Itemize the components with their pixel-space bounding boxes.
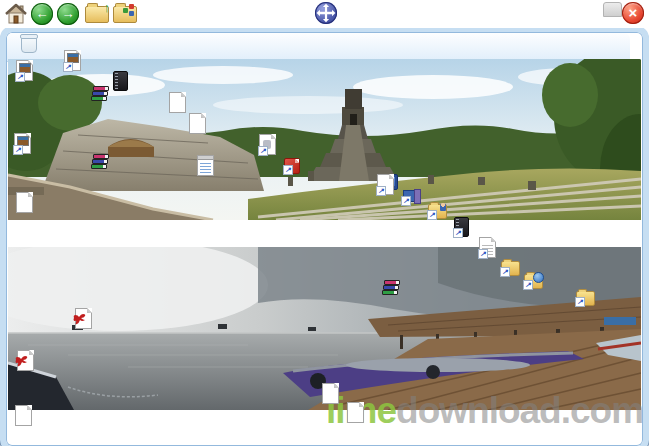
home-button[interactable] [4, 3, 28, 28]
back-button[interactable] [31, 3, 53, 25]
blank-doc-icon[interactable] [169, 92, 186, 113]
app-window: limedownload.com [0, 0, 649, 446]
watermark-rest-text: download.com [396, 390, 643, 431]
resize-button[interactable] [603, 2, 622, 17]
up-folder-button[interactable] [85, 6, 109, 23]
shortcut-arrow-overlay [258, 146, 268, 156]
notepad-icon[interactable] [197, 155, 214, 176]
grey-file-shortcut-icon[interactable] [259, 134, 276, 155]
watermark: limedownload.com [326, 392, 643, 429]
titlebar [0, 0, 649, 28]
toolbar [7, 33, 630, 62]
folder-shortcut-icon[interactable] [576, 291, 595, 306]
shortcut-arrow-overlay [478, 249, 488, 259]
folder-up-icon [85, 6, 109, 23]
blank-doc-icon[interactable] [189, 113, 206, 134]
shortcut-arrow-overlay [15, 72, 25, 82]
shortcut-arrow-overlay [575, 297, 585, 307]
dark-archive-icon[interactable] [113, 71, 128, 91]
binder-shortcut-icon[interactable] [454, 217, 469, 237]
doc-shortcut-icon[interactable] [479, 237, 496, 258]
folder-shortcut-icon[interactable] [501, 261, 520, 276]
blank-doc-icon[interactable] [16, 192, 33, 213]
folder-options-button[interactable] [113, 6, 137, 23]
shortcut-arrow-overlay [427, 210, 437, 220]
back-icon [31, 3, 53, 25]
shortcut-arrow-overlay [13, 145, 23, 155]
shortcut-arrow-overlay [523, 280, 533, 290]
blank-doc-icon[interactable] [15, 405, 32, 426]
close-button[interactable] [622, 2, 644, 24]
blank-doc-icon[interactable] [322, 383, 339, 404]
image-shortcut-icon[interactable] [14, 133, 31, 154]
home-icon [4, 3, 28, 25]
folder-person-shortcut-icon[interactable] [428, 204, 447, 219]
shortcut-arrow-overlay [283, 165, 293, 175]
trash-icon[interactable] [21, 36, 37, 53]
move-button[interactable] [315, 2, 337, 24]
pdf-icon[interactable] [17, 350, 34, 371]
shortcut-arrow-overlay [500, 267, 510, 277]
move-icon [315, 2, 337, 24]
blank-doc-icon[interactable] [347, 402, 364, 423]
winrar-icon[interactable] [91, 86, 109, 102]
pdf-icon[interactable] [75, 308, 92, 329]
shortcut-arrow-overlay [376, 186, 386, 196]
winrar-icon[interactable] [91, 154, 109, 170]
computer-shortcut-icon[interactable] [403, 189, 421, 204]
shortcut-arrow-overlay [453, 228, 463, 238]
shortcut-arrow-overlay [401, 196, 411, 206]
photo-tikal-panorama [8, 59, 641, 220]
close-icon [622, 2, 644, 24]
pdf-shortcut-icon[interactable] [284, 158, 300, 174]
winrar-icon[interactable] [382, 280, 400, 296]
shortcut-arrow-overlay [63, 62, 73, 72]
image-shortcut-icon[interactable] [16, 60, 33, 81]
folder-options-icon [113, 6, 137, 23]
forward-icon [57, 3, 79, 25]
forward-button[interactable] [57, 3, 79, 25]
image-shortcut-icon[interactable] [64, 50, 81, 71]
file-shortcut-icon[interactable] [377, 174, 394, 195]
globe-shortcut-icon[interactable] [524, 274, 543, 289]
